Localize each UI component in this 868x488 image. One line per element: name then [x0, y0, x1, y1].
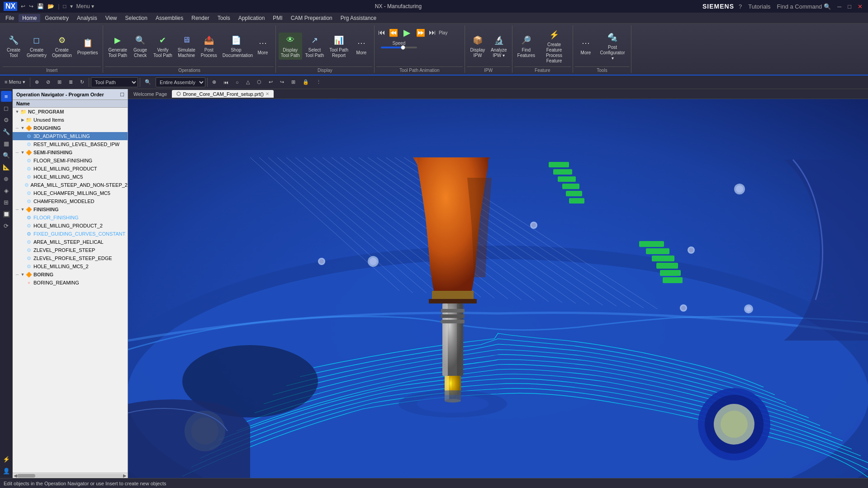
- select-toolpath-button[interactable]: ↗ SelectTool Path: [303, 33, 327, 60]
- tree-hole-milling-p2[interactable]: ⚙ HOLE_MILLING_PRODUCT_2: [13, 222, 128, 230]
- toggle-sf0[interactable]: ─: [14, 150, 20, 155]
- tb-icon-11[interactable]: ⬡: [254, 78, 264, 86]
- shop-docs-button[interactable]: 📄 ShopDocumentation: [220, 33, 252, 60]
- tree-hole-milling-prod[interactable]: ⚙ HOLE_MILLING_PRODUCT: [13, 165, 128, 173]
- tb-icon-3[interactable]: ⊞: [55, 78, 64, 86]
- tb-icon-7[interactable]: ⊕: [209, 78, 219, 86]
- toggle-bor0[interactable]: ─: [14, 272, 20, 277]
- open-icon[interactable]: 📂: [47, 3, 54, 9]
- left-icon-mfg[interactable]: ⚙: [1, 114, 12, 125]
- tree-boring-reaming[interactable]: + BORING_REAMING: [13, 279, 128, 287]
- toggle-sf1[interactable]: ▼: [20, 150, 25, 155]
- tab-drone-close[interactable]: ✕: [266, 91, 269, 96]
- tb-icon-15[interactable]: 🔒: [300, 78, 312, 86]
- toggle-fin1[interactable]: ▼: [20, 207, 25, 212]
- create-geometry-button[interactable]: ◻ CreateGeometry: [24, 33, 49, 60]
- display-ipw-button[interactable]: 📦 DisplayIPW: [468, 33, 488, 60]
- tb-icon-8[interactable]: ⏮: [221, 79, 231, 86]
- tree-zlevel-steep-edge[interactable]: ⚙ ZLEVEL_PROFILE_STEEP_EDGE: [13, 254, 128, 262]
- navigator-maximize-icon[interactable]: □: [120, 91, 124, 98]
- tree-nc-program[interactable]: ▼ 📁 NC_PROGRAM: [13, 108, 128, 116]
- left-icon-geom[interactable]: ◻: [1, 103, 12, 114]
- anim-prev-button[interactable]: ⏪: [388, 28, 399, 38]
- search-command[interactable]: Find a Command 🔍: [775, 3, 833, 10]
- tree-finishing[interactable]: ─ ▼ 🔶 FINISHING: [13, 205, 128, 213]
- analyze-ipw-button[interactable]: 🔬 AnalyzeIPW ▾: [489, 33, 509, 60]
- help-icon[interactable]: ?: [737, 3, 744, 10]
- more-actions-button[interactable]: ⋯ More: [253, 35, 273, 57]
- anim-back-button[interactable]: ⏮: [377, 28, 386, 38]
- tb-icon-13[interactable]: ↪: [277, 78, 287, 86]
- tb-icon-10[interactable]: △: [243, 78, 252, 86]
- tb-icon-12[interactable]: ↩: [266, 78, 275, 86]
- tree-hole-milling-mc5[interactable]: ⚙ HOLE_MILLING_MC5: [13, 173, 128, 181]
- gouge-check-button[interactable]: 🔍 GougeCheck: [130, 33, 150, 60]
- toggle-roughing[interactable]: ─: [14, 126, 20, 130]
- left-icon-14[interactable]: 👤: [1, 465, 12, 476]
- speed-slider[interactable]: [381, 47, 417, 48]
- navigator-scrollbar[interactable]: ◀ ▶: [13, 473, 128, 478]
- menu-view[interactable]: View: [102, 14, 121, 22]
- tree-zlevel-steep[interactable]: ⚙ ZLEVEL_PROFILE_STEEP: [13, 246, 128, 254]
- toggle-bor1[interactable]: ▼: [20, 272, 25, 277]
- tb-icon-1[interactable]: ⊕: [32, 78, 42, 86]
- toggle-fin0[interactable]: ─: [14, 207, 20, 212]
- menu-home[interactable]: Home: [19, 14, 40, 22]
- menu-selection[interactable]: Selection: [122, 14, 151, 22]
- menu-pmi[interactable]: PMI: [269, 14, 286, 22]
- left-icon-8[interactable]: ⊕: [1, 173, 12, 184]
- scroll-right-btn[interactable]: ▶: [123, 473, 127, 478]
- customize-icon[interactable]: ▾: [70, 3, 73, 9]
- menu-render[interactable]: Render: [188, 14, 213, 22]
- save-icon[interactable]: 💾: [37, 3, 44, 9]
- tb-icon-9[interactable]: ○: [233, 79, 242, 86]
- new-icon[interactable]: □: [63, 3, 66, 9]
- left-icon-tool[interactable]: 🔧: [1, 126, 12, 137]
- navigator-tree[interactable]: ▼ 📁 NC_PROGRAM ▶ 📁 Unused Items ─ ▼ 🔶 RO…: [13, 108, 128, 473]
- tree-roughing[interactable]: ─ ▼ 🔶 ROUGHING: [13, 124, 128, 132]
- toggle-unused[interactable]: ▶: [20, 118, 25, 122]
- toolpath-type-select[interactable]: Tool Path Geometry Program Order: [91, 77, 138, 87]
- left-icon-7[interactable]: 📐: [1, 161, 12, 172]
- more-display-button[interactable]: ⋯ More: [351, 35, 371, 57]
- left-icon-5[interactable]: ▦: [1, 138, 12, 149]
- minimize-btn[interactable]: ─: [835, 3, 843, 10]
- tree-chamfering[interactable]: ⚙ CHAMFERING_MODELED: [13, 197, 128, 205]
- verify-toolpath-button[interactable]: ✔ VerifyTool Path: [151, 33, 175, 60]
- left-icon-nav[interactable]: ≡: [1, 91, 12, 102]
- tb-icon-14[interactable]: ⊞: [289, 78, 298, 86]
- anim-play-button[interactable]: ▶: [401, 26, 413, 39]
- close-btn[interactable]: ✕: [856, 3, 864, 10]
- create-operation-button[interactable]: ⚙ CreateOperation: [50, 33, 74, 60]
- tb-icon-5[interactable]: ↻: [77, 78, 87, 86]
- tb-icon-6[interactable]: 🔍: [142, 78, 154, 86]
- properties-button[interactable]: 📋 Properties: [75, 35, 100, 57]
- toggle-nc[interactable]: ▼: [14, 109, 20, 114]
- tree-rest-milling[interactable]: ─ ─ ⚙ REST_MILLING_LEVEL_BASED_IPW: [13, 140, 128, 148]
- display-toolpath-button[interactable]: 👁 DisplayTool Path: [279, 33, 302, 60]
- assembly-select[interactable]: Entire Assembly Selection: [156, 77, 205, 87]
- generate-toolpath-button[interactable]: ▶ GenerateTool Path: [106, 33, 129, 60]
- tree-semi-finishing[interactable]: ─ ▼ 🔶 SEMI-FINISHING: [13, 148, 128, 156]
- create-feature-process-button[interactable]: ⚡ Create FeatureProcess Feature: [538, 27, 570, 65]
- left-icon-12[interactable]: ⟳: [1, 220, 12, 231]
- left-icon-9[interactable]: ◈: [1, 185, 12, 196]
- maximize-btn[interactable]: □: [846, 3, 853, 10]
- tree-floor-finishing[interactable]: ⚙ FLOOR_FINISHING: [13, 213, 128, 222]
- scroll-left-btn[interactable]: ◀: [14, 473, 17, 478]
- tb-icon-4[interactable]: ≣: [66, 78, 76, 86]
- menu-geometry[interactable]: Geometry: [41, 14, 72, 22]
- redo-icon[interactable]: ↪: [29, 3, 33, 9]
- left-icon-10[interactable]: ⊞: [1, 197, 12, 208]
- tutorials-btn[interactable]: Tutorials: [746, 3, 772, 10]
- menu-file[interactable]: File: [2, 14, 18, 22]
- tree-hole-milling-mc5-2[interactable]: ⚙ HOLE_MILLING_MC5_2: [13, 262, 128, 270]
- menu-prg-assist[interactable]: Prg Assistance: [337, 14, 380, 22]
- post-process-button[interactable]: 📤 PostProcess: [199, 33, 219, 60]
- scroll-thumb[interactable]: [17, 474, 35, 478]
- toggle-roughing2[interactable]: ▼: [20, 126, 25, 130]
- menu-assemblies[interactable]: Assemblies: [152, 14, 187, 22]
- menu-analysis[interactable]: Analysis: [73, 14, 101, 22]
- tree-floor-semi[interactable]: ⚙ FLOOR_SEMI-FINISHING: [13, 156, 128, 165]
- left-icon-6[interactable]: 🔍: [1, 150, 12, 161]
